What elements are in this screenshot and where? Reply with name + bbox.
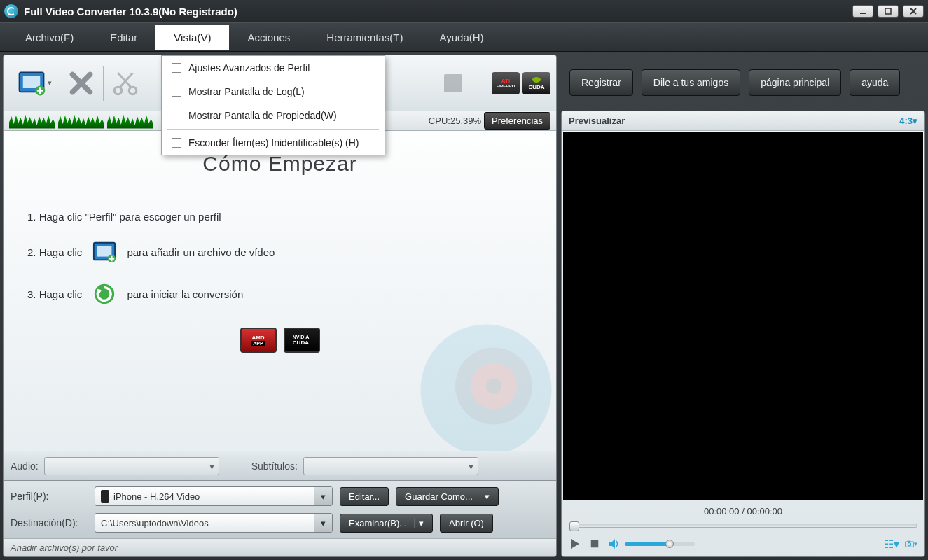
ati-badge: ATIFIREPRO <box>492 72 520 94</box>
homepage-button[interactable]: página principal <box>749 69 841 96</box>
remove-button[interactable] <box>62 64 100 102</box>
profile-combo[interactable]: iPhone - H.264 Video ▾ <box>95 486 333 506</box>
checkbox-icon <box>172 138 181 148</box>
right-panel: Registrar Dile a tus amigos página princ… <box>561 55 925 557</box>
volume-icon[interactable] <box>608 538 621 550</box>
preferences-button[interactable]: Preferencias <box>484 112 550 130</box>
phone-icon <box>101 490 109 503</box>
preview-title: Previsualizar <box>569 115 625 126</box>
browse-button[interactable]: Examinar(B)...▾ <box>340 514 433 533</box>
register-button[interactable]: Registrar <box>569 69 633 96</box>
minimize-button[interactable] <box>852 5 873 18</box>
waveform-icon <box>9 113 55 129</box>
add-video-icon <box>92 239 117 265</box>
profile-value: iPhone - H.264 Video <box>113 491 200 502</box>
destination-combo[interactable]: C:\Users\uptodown\Videos ▾ <box>95 513 333 533</box>
getting-started-heading: Cómo Empezar <box>27 152 532 176</box>
video-preview[interactable] <box>563 132 923 500</box>
dd-mostrar-propiedad[interactable]: Mostrar Pantalla de Propiedad(W) <box>162 104 385 127</box>
svg-point-25 <box>486 379 501 394</box>
getting-started-area: Cómo Empezar 1. Haga clic "Perfil" para … <box>4 131 556 451</box>
audio-combo[interactable] <box>44 457 219 475</box>
aspect-ratio-button[interactable]: 4:3▾ <box>899 115 917 126</box>
menu-vista[interactable]: Vista(V) <box>155 24 229 50</box>
time-display: 00:00:00 / 00:00:00 <box>562 502 924 520</box>
step-2: 2. Haga clic para añadir un archivo de v… <box>27 239 532 265</box>
svg-point-30 <box>908 543 910 546</box>
waveform-icon <box>58 113 104 129</box>
svg-rect-16 <box>97 246 112 257</box>
checkbox-icon <box>172 111 181 120</box>
svg-rect-5 <box>23 76 41 88</box>
destination-value: C:\Users\uptodown\Videos <box>101 518 209 528</box>
cuda-badge: CUDA <box>522 72 550 94</box>
checkbox-icon <box>172 87 181 97</box>
menu-archivo[interactable]: Archivo(F) <box>7 24 92 50</box>
main-panel: ▾ ATIFIREPRO CUDA CPU:25.39% Preferencia… <box>3 55 557 557</box>
subtitle-label: Subtítulos: <box>251 461 298 472</box>
status-text: Añadir archivo(s) por favor <box>11 542 118 553</box>
edit-profile-button[interactable]: Editar... <box>340 487 389 506</box>
destination-label: Destinación(D): <box>11 517 88 528</box>
checkbox-icon <box>172 63 181 73</box>
seek-thumb[interactable] <box>569 522 579 531</box>
app-icon <box>4 4 18 18</box>
step-1: 1. Haga clic "Perfil" para escoger un pe… <box>27 211 532 223</box>
svg-marker-28 <box>609 539 615 549</box>
volume-thumb[interactable] <box>665 540 674 548</box>
status-bar: Añadir archivo(s) por favor <box>4 538 556 556</box>
menu-herramientas[interactable]: Herramientas(T) <box>308 24 421 50</box>
save-as-button[interactable]: Guardar Como...▾ <box>396 487 499 506</box>
waveform-icon <box>107 113 153 129</box>
audio-label: Audio: <box>11 461 39 472</box>
subtitle-combo[interactable] <box>303 457 478 475</box>
play-button[interactable] <box>569 538 581 550</box>
amd-app-badge: AMDAPP <box>240 328 277 353</box>
seek-bar[interactable] <box>562 520 924 531</box>
close-button[interactable] <box>903 5 924 18</box>
snapshot-icon[interactable]: ▾ <box>905 538 917 550</box>
convert-icon <box>92 281 117 307</box>
dd-ajustes-avanzados[interactable]: Ajustes Avanzados de Perfil <box>162 56 385 80</box>
help-button[interactable]: ayuda <box>850 69 900 96</box>
svg-rect-1 <box>885 8 891 14</box>
watermark-icon <box>409 313 556 451</box>
dd-esconder-items[interactable]: Esconder Ítem(es) Inidentificable(s) (H) <box>162 131 385 155</box>
volume-slider[interactable] <box>625 542 695 546</box>
svg-rect-31 <box>908 541 910 542</box>
open-button[interactable]: Abrir (O) <box>440 514 493 533</box>
dd-mostrar-log[interactable]: Mostrar Pantalla de Log(L) <box>162 80 385 104</box>
titlebar: Full Video Converter 10.3.9(No Registrad… <box>0 0 928 22</box>
profile-label: Perfil(P): <box>11 491 88 502</box>
preview-panel: Previsualizar 4:3▾ 00:00:00 / 00:00:00 ☷… <box>561 111 925 557</box>
menu-acciones[interactable]: Acciones <box>229 24 308 50</box>
menu-editar[interactable]: Editar <box>92 24 155 50</box>
tell-friends-button[interactable]: Dile a tus amigos <box>642 69 740 96</box>
audio-subtitle-row: Audio: Subtítulos: <box>4 451 556 480</box>
svg-rect-27 <box>591 540 599 548</box>
playlist-icon[interactable]: ☷▾ <box>885 538 898 550</box>
profile-box: Perfil(P): iPhone - H.264 Video ▾ Editar… <box>4 480 556 538</box>
vista-dropdown: Ajustes Avanzados de Perfil Mostrar Pant… <box>161 55 385 155</box>
menu-ayuda[interactable]: Ayuda(H) <box>422 24 502 50</box>
step-3: 3. Haga clic para iniciar la conversión <box>27 281 532 307</box>
stop-playback-button[interactable] <box>588 538 601 550</box>
menubar: Archivo(F) Editar Vista(V) Acciones Herr… <box>0 22 928 52</box>
stop-button[interactable] <box>434 64 472 102</box>
window-title: Full Video Converter 10.3.9(No Registrad… <box>24 6 237 18</box>
nvidia-cuda-badge: NVIDIA.CUDA. <box>284 328 320 353</box>
maximize-button[interactable] <box>878 5 899 18</box>
svg-marker-26 <box>571 539 579 549</box>
add-video-button[interactable]: ▾ <box>9 64 60 102</box>
cpu-usage: CPU:25.39% <box>429 115 481 126</box>
cut-button[interactable] <box>106 64 144 102</box>
